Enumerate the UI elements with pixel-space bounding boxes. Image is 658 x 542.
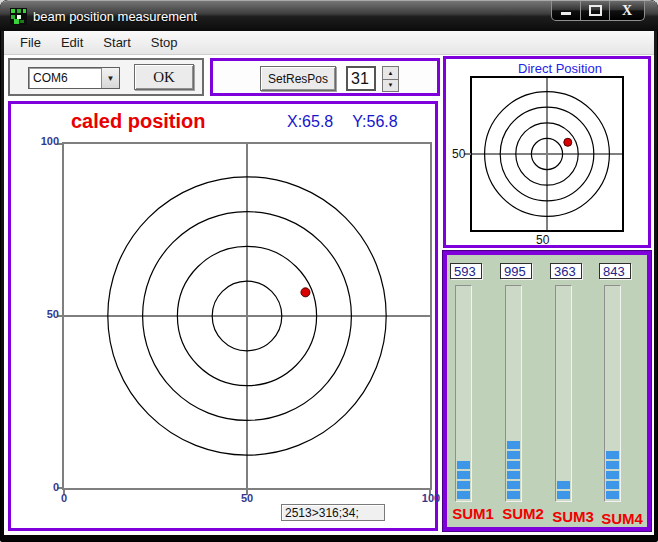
- y-readout: Y:56.8: [352, 113, 397, 131]
- x-axis-label-0: 0: [49, 492, 79, 504]
- x-readout: X:65.8: [287, 113, 333, 131]
- sum2-value-field[interactable]: 995: [500, 263, 532, 279]
- sum3-label: SUM3: [546, 508, 600, 525]
- direct-left-label: 50: [452, 147, 465, 161]
- caled-position-panel: caled position X:65.8 Y:56.8 100 50 0 0: [8, 101, 438, 531]
- caled-plot-title: caled position: [71, 110, 205, 133]
- minimize-button[interactable]: [551, 1, 581, 21]
- x-axis-label-100: 100: [416, 492, 446, 504]
- com-port-value: COM6: [29, 68, 101, 88]
- y-axis-label-100: 100: [25, 135, 59, 147]
- close-icon: X: [622, 4, 632, 18]
- position-readout: X:65.8 Y:56.8: [287, 113, 398, 131]
- setrespos-button[interactable]: SetResPos: [260, 66, 336, 91]
- dropdown-button[interactable]: ▼: [101, 68, 119, 88]
- sum3-bar-track: [555, 285, 572, 502]
- app-icon: [10, 8, 27, 25]
- titlebar: beam position measurement X: [0, 0, 658, 31]
- status-field[interactable]: 2513>316;34;: [281, 504, 385, 521]
- app-window: beam position measurement X File Edit St…: [0, 0, 658, 542]
- triangle-down-icon: ▼: [388, 82, 394, 88]
- respos-spinner: ▲ ▼: [382, 66, 399, 91]
- sum3-value-field[interactable]: 363: [550, 263, 582, 279]
- sum4-column: 843 SUM4: [599, 263, 645, 527]
- caled-beam-dot: [301, 288, 310, 297]
- sum4-label: SUM4: [595, 510, 649, 527]
- window-controls: X: [552, 1, 645, 21]
- menu-item-file[interactable]: File: [10, 32, 51, 53]
- triangle-up-icon: ▲: [388, 70, 394, 76]
- direct-plot-title: Direct Position: [459, 61, 658, 76]
- sum2-bar-track: [505, 285, 522, 502]
- spinner-up-button[interactable]: ▲: [382, 66, 399, 80]
- setrespos-group: SetResPos 31 ▲ ▼: [210, 58, 440, 96]
- ok-button[interactable]: OK: [134, 64, 194, 90]
- com-port-group: COM6 ▼ OK: [8, 58, 204, 96]
- window-title: beam position measurement: [33, 9, 197, 24]
- spinner-down-button[interactable]: ▼: [382, 79, 399, 93]
- direct-beam-dot: [564, 138, 572, 146]
- x-axis-label-50: 50: [232, 492, 262, 504]
- sum1-label: SUM1: [446, 505, 500, 522]
- client-area: COM6 ▼ OK SetResPos 31 ▲ ▼ caled positio…: [4, 55, 654, 535]
- menu-item-edit[interactable]: Edit: [51, 32, 93, 53]
- menu-item-stop[interactable]: Stop: [141, 32, 188, 53]
- chevron-down-icon: ▼: [107, 74, 115, 83]
- maximize-button[interactable]: [580, 1, 610, 21]
- sum2-column: 995 SUM2: [500, 263, 546, 522]
- sum-panel: 593 SUM1 995 SUM2 363 SUM3 843 SUM4: [443, 251, 651, 531]
- com-port-select[interactable]: COM6 ▼: [28, 67, 120, 89]
- sum2-label: SUM2: [496, 505, 550, 522]
- direct-bottom-label: 50: [536, 233, 549, 247]
- sum4-value-field[interactable]: 843: [599, 263, 631, 279]
- caled-position-plot: [62, 142, 432, 490]
- direct-position-plot: [470, 76, 624, 232]
- menubar: File Edit Start Stop: [4, 31, 654, 55]
- maximize-icon: [589, 5, 602, 16]
- sum4-bar-track: [604, 285, 621, 502]
- close-button[interactable]: X: [609, 1, 645, 21]
- respos-spinner-value[interactable]: 31: [346, 66, 376, 91]
- sum3-column: 363 SUM3: [550, 263, 596, 525]
- y-axis-label-50: 50: [25, 308, 59, 320]
- minimize-icon: [561, 12, 571, 15]
- sum1-column: 593 SUM1: [450, 263, 496, 522]
- direct-position-panel: Direct Position 50 50: [443, 56, 651, 248]
- sum1-value-field[interactable]: 593: [450, 263, 482, 279]
- sum1-bar-track: [455, 285, 472, 502]
- menu-item-start[interactable]: Start: [93, 32, 140, 53]
